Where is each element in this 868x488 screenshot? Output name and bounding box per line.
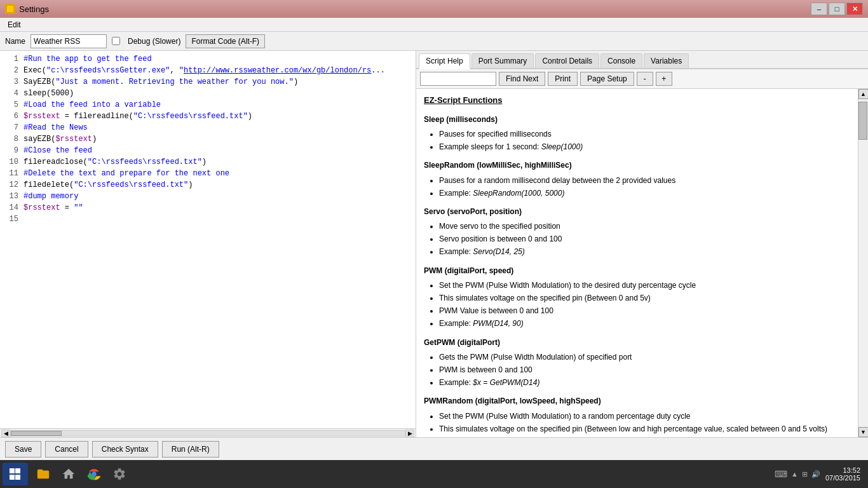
main-area: 1#Run the app to get the feed 2Exec("c:\… xyxy=(0,51,868,437)
maximize-button[interactable]: □ xyxy=(829,3,845,15)
tab-variables[interactable]: Variables xyxy=(644,53,689,68)
h-scroll-track xyxy=(10,430,405,437)
list-item: Pauses for a random millisecond delay be… xyxy=(439,175,850,187)
help-section-getpwm: GetPWM (digitalPort) xyxy=(424,337,850,349)
help-section-pwm: PWM (digitalPort, speed) xyxy=(424,265,850,277)
code-line: 5#Load the feed into a variable xyxy=(3,99,413,111)
code-line: 6$rsstext = filereadline("C:\rssfeeds\rs… xyxy=(3,111,413,122)
scroll-thumb[interactable] xyxy=(858,102,867,140)
title-bar-left: Settings xyxy=(5,4,49,14)
close-button[interactable]: ✕ xyxy=(846,3,863,15)
list-item: Set the PWM (Pulse Width Modulation) to … xyxy=(439,410,850,423)
find-bar: Find Next Print Page Setup - + xyxy=(416,69,868,89)
taskbar-settings[interactable] xyxy=(108,463,131,485)
scroll-track xyxy=(858,99,868,427)
taskbar-home[interactable] xyxy=(57,463,80,485)
code-panel: 1#Run the app to get the feed 2Exec("c:\… xyxy=(0,51,416,437)
code-line: 8sayEZB($rsstext) xyxy=(3,133,413,145)
find-input[interactable] xyxy=(420,72,496,86)
vertical-scrollbar[interactable]: ▲ ▼ xyxy=(858,89,868,437)
title-bar: Settings – □ ✕ xyxy=(0,0,868,18)
help-section-pwmrandom: PWMRandom (digitalPort, lowSpeed, highSp… xyxy=(424,395,850,407)
list-item: Move servo to the specified position xyxy=(439,220,850,233)
taskbar-chrome[interactable] xyxy=(83,463,105,485)
help-content[interactable]: EZ-Script Functions Sleep (milliseconds)… xyxy=(416,89,858,437)
home-icon xyxy=(62,467,76,481)
run-button[interactable]: Run (Alt-R) xyxy=(162,441,219,458)
cancel-button[interactable]: Cancel xyxy=(45,441,88,458)
scroll-up-btn[interactable]: ▲ xyxy=(858,89,869,99)
code-line: 12filedelete("C:\rssfeeds\rssfeed.txt") xyxy=(3,179,413,191)
system-icons: ⌨ ▲ ⊞ 🔊 xyxy=(775,469,820,479)
check-syntax-button[interactable]: Check Syntax xyxy=(92,441,158,458)
help-list-sleeprandom: Pauses for a random millisecond delay be… xyxy=(424,175,850,200)
horizontal-scrollbar[interactable]: ◀ ▶ xyxy=(0,428,416,437)
code-line: 1#Run the app to get the feed xyxy=(3,53,413,65)
window-title: Settings xyxy=(19,4,49,14)
menu-edit[interactable]: Edit xyxy=(3,19,26,30)
name-input[interactable] xyxy=(31,34,107,48)
code-line: 7#Read the News xyxy=(3,122,413,133)
help-panel: Script Help Port Summary Control Details… xyxy=(416,51,868,437)
help-list-pwm: Set the PWM (Pulse Width Modulation) to … xyxy=(424,280,850,330)
help-section-sleeprandom: SleepRandom (lowMilliSec, highMilliSec) xyxy=(424,159,850,172)
list-item: Gets the PWM (Pulse Width Modulation) of… xyxy=(439,351,850,363)
scroll-right-btn[interactable]: ▶ xyxy=(405,430,414,437)
help-title: EZ-Script Functions xyxy=(424,94,850,107)
list-item: Example: SleepRandom(1000, 5000) xyxy=(439,187,850,200)
zoom-in-button[interactable]: + xyxy=(656,72,672,86)
tab-script-help[interactable]: Script Help xyxy=(419,53,470,69)
code-line: 14$rsstext = "" xyxy=(3,202,413,214)
list-item: Example: PWM(D14, 90) xyxy=(439,318,850,330)
app-icon xyxy=(5,4,15,14)
menu-bar: Edit xyxy=(0,18,868,32)
print-button[interactable]: Print xyxy=(548,72,578,86)
save-button[interactable]: Save xyxy=(5,441,41,458)
format-code-button[interactable]: Format Code (Alt-F) xyxy=(186,34,265,48)
keyboard-icon: ⌨ xyxy=(775,469,787,479)
folder-icon xyxy=(36,467,50,481)
scroll-left-btn[interactable]: ◀ xyxy=(1,430,10,437)
code-line: 11#Delete the text and prepare for the n… xyxy=(3,168,413,179)
taskbar-clock: 13:52 07/03/2015 xyxy=(825,466,860,482)
tab-port-summary[interactable]: Port Summary xyxy=(471,53,534,68)
toolbar: Name Debug (Slower) Format Code (Alt-F) xyxy=(0,32,868,51)
find-next-button[interactable]: Find Next xyxy=(499,72,545,86)
code-line: 10filereadclose("C:\rssfeeds\rssfeed.txt… xyxy=(3,156,413,168)
debug-checkbox[interactable] xyxy=(112,37,120,45)
gear-icon xyxy=(112,467,126,481)
taskbar-file-explorer[interactable] xyxy=(32,463,55,485)
svg-point-0 xyxy=(92,471,96,476)
help-scroll-area: EZ-Script Functions Sleep (milliseconds)… xyxy=(416,89,868,437)
clock-time: 13:52 xyxy=(825,466,860,474)
help-section-sleep: Sleep (milliseconds) xyxy=(424,114,850,126)
tab-console[interactable]: Console xyxy=(600,53,642,68)
chrome-icon xyxy=(87,467,101,481)
list-item: PWM Value is between 0 and 100 xyxy=(439,305,850,317)
code-line: 2Exec("c:\rssfeeds\rssGetter.exe", "http… xyxy=(3,65,413,76)
list-item: Example: $x = GetPWM(D14) xyxy=(439,377,850,389)
clock-date: 07/03/2015 xyxy=(825,474,860,482)
page-setup-button[interactable]: Page Setup xyxy=(580,72,634,86)
list-item: The value is between 0 and 100 xyxy=(439,436,850,437)
help-section-servo: Servo (servoPort, position) xyxy=(424,206,850,218)
start-button[interactable] xyxy=(3,463,28,485)
code-line: 4sleep(5000) xyxy=(3,88,413,99)
code-line: 13#dump memory xyxy=(3,191,413,202)
help-list-servo: Move servo to the specified position Ser… xyxy=(424,220,850,259)
tab-bar: Script Help Port Summary Control Details… xyxy=(416,51,868,69)
list-item: Pauses for specified milliseconds xyxy=(439,128,850,140)
zoom-out-button[interactable]: - xyxy=(637,72,653,86)
minimize-button[interactable]: – xyxy=(811,3,827,15)
taskbar-right: ⌨ ▲ ⊞ 🔊 13:52 07/03/2015 xyxy=(770,466,865,482)
list-item: This simulates voltage on the specified … xyxy=(439,423,850,435)
code-line: 15 xyxy=(3,214,413,225)
list-item: Servo position is between 0 and 100 xyxy=(439,233,850,245)
code-editor[interactable]: 1#Run the app to get the feed 2Exec("c:\… xyxy=(0,51,416,428)
h-scroll-thumb[interactable] xyxy=(11,431,62,436)
title-bar-controls: – □ ✕ xyxy=(811,3,863,15)
help-list-sleep: Pauses for specified milliseconds Exampl… xyxy=(424,128,850,153)
tab-control-details[interactable]: Control Details xyxy=(535,53,599,68)
list-item: PWM is between 0 and 100 xyxy=(439,364,850,376)
scroll-down-btn[interactable]: ▼ xyxy=(858,427,869,437)
